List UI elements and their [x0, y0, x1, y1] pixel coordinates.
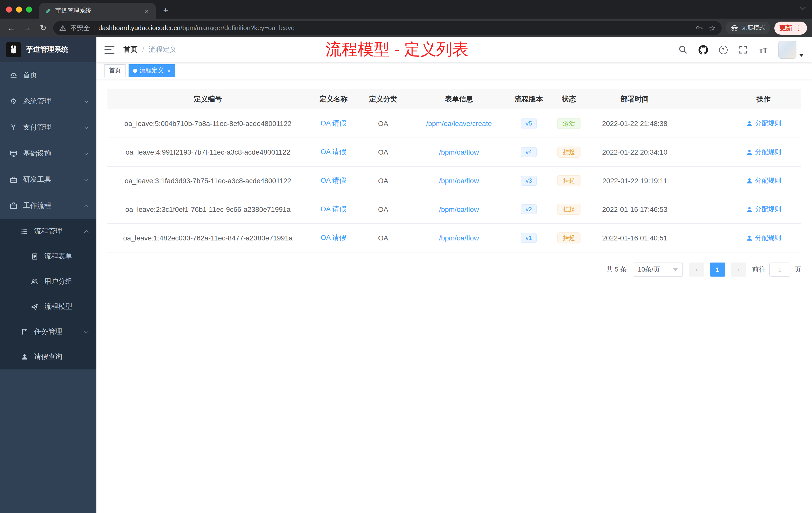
form-info-link[interactable]: /bpm/oa/flow [439, 234, 479, 242]
definition-name-link[interactable]: OA 请假 [321, 205, 347, 214]
tab-close-icon[interactable]: × [143, 7, 151, 15]
sidebar-logo-row: 芋道管理系统 [0, 37, 96, 62]
paper-plane-icon [30, 303, 39, 310]
sidebar-item-process-model[interactable]: 流程模型 [0, 294, 96, 319]
url-domain: dashboard.yudao.iocoder.cn [98, 24, 180, 32]
tab-search-chevron-icon[interactable] [800, 4, 806, 10]
breadcrumb-separator: / [142, 46, 144, 54]
cell-definition-id: oa_leave:1:482ec033-762a-11ec-8477-a2380… [108, 224, 308, 252]
tag-close-icon[interactable]: × [167, 67, 171, 74]
page-size-select[interactable]: 10条/页 [633, 263, 683, 277]
tag-process-definition[interactable]: 流程定义 × [128, 64, 175, 77]
minimize-window-button[interactable] [16, 6, 22, 12]
sidebar-item-leave-query[interactable]: 请假查询 [0, 344, 96, 369]
incognito-label: 无痕模式 [741, 24, 765, 32]
sidebar-item-home[interactable]: 首页 [0, 62, 96, 88]
assign-rule-link[interactable]: 分配规则 [746, 205, 781, 214]
col-status: 状态 [547, 89, 590, 110]
password-key-icon[interactable] [695, 24, 703, 32]
close-window-button[interactable] [6, 6, 12, 12]
cell-filler [679, 224, 726, 252]
breadcrumb: 首页 / 流程定义 [123, 45, 177, 54]
infrastructure-icon [9, 150, 18, 158]
next-page-button[interactable]: › [731, 263, 746, 277]
bookmark-star-icon[interactable]: ☆ [709, 23, 716, 32]
table-row: oa_leave:1:482ec033-762a-11ec-8477-a2380… [108, 224, 801, 252]
assign-rule-label: 分配规则 [755, 233, 781, 242]
col-definition-id: 定义编号 [108, 89, 308, 110]
definition-name-link[interactable]: OA 请假 [321, 119, 347, 128]
sidebar-item-infrastructure[interactable]: 基础设施 [0, 141, 96, 167]
omnibox-divider [94, 24, 94, 31]
github-icon[interactable] [698, 45, 708, 55]
assign-rule-link[interactable]: 分配规则 [746, 119, 781, 128]
cell-category: OA [358, 224, 408, 252]
search-icon[interactable] [678, 45, 688, 55]
maximize-window-button[interactable] [26, 6, 32, 12]
cell-definition-id: oa_leave:2:3c1f0ef1-76b1-11ec-9c66-a2380… [108, 195, 308, 223]
sidebar-item-process-form[interactable]: 流程表单 [0, 244, 96, 269]
back-button[interactable]: ← [5, 22, 17, 34]
assign-rule-label: 分配规则 [755, 205, 781, 214]
app-title: 芋道管理系统 [26, 45, 68, 54]
form-info-link[interactable]: /bpm/oa/flow [439, 177, 479, 185]
cell-filler [679, 110, 726, 138]
gear-icon: ⚙ [9, 97, 18, 106]
table-header-row: 定义编号 定义名称 定义分类 表单信息 流程版本 状态 部署时间 操作 [108, 89, 801, 110]
col-action: 操作 [726, 89, 801, 110]
help-icon[interactable]: ? [718, 45, 728, 55]
assign-rule-link[interactable]: 分配规则 [746, 148, 781, 157]
address-bar[interactable]: 不安全 dashboard.yudao.iocoder.cn/bpm/manag… [53, 21, 722, 35]
definition-name-link[interactable]: OA 请假 [321, 148, 347, 157]
version-tag: v4 [521, 147, 537, 157]
page-number-button[interactable]: 1 [710, 263, 725, 277]
breadcrumb-home-link[interactable]: 首页 [123, 45, 138, 54]
sidebar-toggle-icon[interactable] [105, 46, 115, 54]
assign-rule-link[interactable]: 分配规则 [746, 176, 781, 185]
cell-category: OA [358, 195, 408, 223]
sidebar-item-task-management[interactable]: 任务管理 [0, 319, 96, 344]
header-actions: ? тT [678, 41, 804, 59]
browser-tab[interactable]: 芋道管理系统 × [39, 3, 156, 19]
reload-button[interactable]: ↻ [37, 22, 49, 34]
avatar[interactable] [778, 41, 796, 59]
tag-home[interactable]: 首页 [105, 64, 125, 77]
page-size-value: 10条/页 [638, 265, 660, 274]
sidebar-item-process-management[interactable]: 流程管理 [0, 219, 96, 244]
form-info-link[interactable]: /bpm/oa/flow [439, 205, 479, 213]
form-info-link[interactable]: /bpm/oa/flow [439, 148, 479, 156]
definition-name-link[interactable]: OA 请假 [321, 233, 347, 242]
question-mark: ? [719, 46, 727, 54]
yen-icon: ¥ [9, 123, 18, 132]
browser-update-button[interactable]: 更新 ⋮ [774, 21, 807, 34]
devtools-icon [9, 176, 18, 184]
browser-menu-icon[interactable]: ⋮ [795, 24, 802, 32]
assign-rule-link[interactable]: 分配规则 [746, 233, 781, 242]
user-menu[interactable] [778, 41, 804, 59]
chevron-down-icon [84, 177, 89, 181]
col-process-version: 流程版本 [510, 89, 547, 110]
font-size-icon[interactable]: тT [758, 45, 768, 55]
sidebar-item-label: 流程表单 [44, 252, 72, 261]
table-row: oa_leave:2:3c1f0ef1-76b1-11ec-9c66-a2380… [108, 195, 801, 224]
form-info-link[interactable]: /bpm/oa/leave/create [426, 119, 492, 127]
goto-page-input[interactable] [769, 263, 790, 277]
page-unit-label: 页 [794, 265, 801, 274]
forward-button[interactable]: → [21, 22, 33, 34]
sidebar-item-user-group[interactable]: 用户分组 [0, 269, 96, 294]
pagination: 共 5 条 10条/页 ‹ 1 › 前往 页 [108, 263, 801, 277]
sidebar-item-workflow[interactable]: 工作流程 [0, 193, 96, 219]
sidebar-item-devtools[interactable]: 研发工具 [0, 167, 96, 193]
process-list-icon [20, 228, 29, 235]
definition-name-link[interactable]: OA 请假 [321, 176, 347, 185]
sidebar-item-label: 流程模型 [44, 302, 72, 311]
prev-page-button[interactable]: ‹ [689, 263, 704, 277]
cell-definition-id: oa_leave:3:1fad3d93-7b75-11ec-a3c8-acde4… [108, 167, 308, 195]
sidebar-item-system[interactable]: ⚙ 系统管理 [0, 88, 96, 115]
fullscreen-icon[interactable] [738, 45, 748, 55]
col-filler [679, 89, 726, 110]
new-tab-button[interactable]: + [159, 3, 173, 18]
table-row: oa_leave:3:1fad3d93-7b75-11ec-a3c8-acde4… [108, 167, 801, 195]
cell-definition-id: oa_leave:4:991f2193-7b7f-11ec-a3c8-acde4… [108, 138, 308, 166]
sidebar-item-payment[interactable]: ¥ 支付管理 [0, 115, 96, 141]
